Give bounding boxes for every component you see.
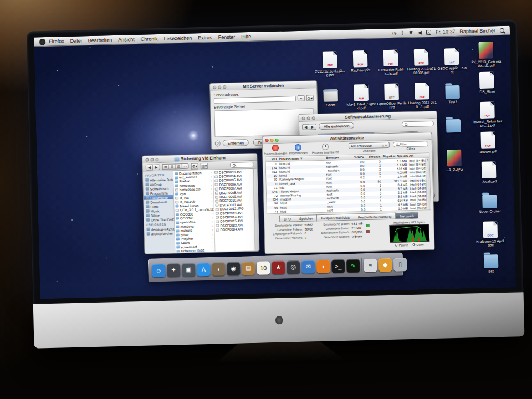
view-mode-button[interactable]: ▭ [182, 163, 189, 169]
popup-arrows-icon: ▲▼ [382, 144, 387, 147]
menu-item[interactable]: Fenster [218, 34, 236, 40]
forward-button[interactable]: ▶ [309, 124, 316, 130]
view-mode-button[interactable]: ▥ [176, 163, 182, 169]
graph-mode-radio[interactable]: Daten [412, 243, 424, 247]
trash-icon[interactable]: ▯ [393, 258, 407, 272]
firefox-icon[interactable]: ◗ [316, 259, 330, 273]
photo-booth-icon[interactable]: ◉ [227, 262, 241, 275]
desktop-icon[interactable] [438, 115, 469, 148]
desktop-icon[interactable]: 2013.12.13 8113...g.pdf [315, 51, 345, 84]
idvd-icon[interactable]: ◎ [287, 260, 300, 274]
sidebar-item-icon [145, 183, 149, 186]
sample-process-button[interactable]: Prozess analysieren [311, 143, 339, 154]
desktop-icon[interactable]: PK_2013_Gen eratio...d1.pdf [470, 42, 501, 70]
action-menu-button[interactable]: ⚙▾ [191, 163, 198, 169]
activity-monitor-icon[interactable]: ∿ [346, 259, 360, 273]
graph-mode-radio[interactable]: Pakete [395, 243, 408, 247]
window-controls[interactable] [145, 158, 158, 162]
desktop-icon[interactable]: .DS_Store [472, 71, 502, 100]
monitor-tab[interactable]: Festplattenaktivität [317, 214, 354, 222]
show-all-button[interactable]: Alle einblenden [319, 122, 355, 130]
remove-server-button[interactable]: Entfernen [222, 139, 249, 146]
arrange-menu-button[interactable]: ▤▾ [201, 162, 208, 168]
desktop-icon[interactable]: .localized [474, 161, 504, 190]
app-store-icon[interactable]: A [197, 262, 211, 276]
dropbox-icon[interactable]: ◆ [378, 258, 392, 272]
menu-item[interactable]: Chronik [141, 36, 158, 42]
address-book-icon[interactable]: ▤ [242, 261, 255, 275]
item-icon [175, 197, 178, 200]
menu-item[interactable]: Datei [70, 38, 82, 44]
sidebar-item-icon [146, 218, 150, 222]
forward-button[interactable]: ▶ [153, 164, 160, 170]
menu-item[interactable]: Extras [198, 35, 212, 41]
drive-stack-icon[interactable]: ≡ [364, 258, 377, 272]
desktop-icon[interactable]: Test_ [476, 251, 507, 280]
search-field[interactable] [402, 121, 434, 127]
desktop-icon[interactable]: ...1_2.JPG [439, 149, 469, 182]
desktop-icon[interactable]: Test2 [437, 81, 468, 114]
launchpad-icon[interactable]: ✦ [167, 263, 181, 277]
user-menu[interactable]: Raphael Bircher [459, 28, 495, 34]
window-controls[interactable] [213, 85, 226, 89]
time-machine-icon[interactable]: ◷ [392, 30, 397, 35]
menu-item[interactable]: Firefox [49, 38, 64, 44]
search-field[interactable] [230, 162, 254, 168]
show-processes-popup[interactable]: Alle Prozesse ▲▼ [349, 142, 390, 149]
monitor-tab[interactable]: CPU [279, 215, 295, 222]
menu-item[interactable]: Hilfe [241, 34, 251, 39]
menu-bar-status: ◷ ᛒ ◀ A Fr. 10:37 Raphael Bircher [392, 28, 505, 36]
desktop-icon[interactable]: Raphael.pdf [345, 50, 376, 83]
thunderbird-icon[interactable]: ✉ [301, 260, 315, 274]
monitor-tab[interactable]: Netzwerk [396, 212, 418, 219]
desktop-icon[interactable]: Hosting-2013 07101005.pdf [406, 49, 437, 81]
spotlight-icon[interactable] [500, 28, 504, 33]
finder-item[interactable]: sicherung 10/03› [175, 248, 214, 252]
imovie-icon[interactable]: ★ [272, 260, 285, 274]
desktop-icon[interactable]: Inserat_Rekru tierun...1.pdf [472, 101, 503, 130]
menu-clock[interactable]: Fr. 10:37 [436, 29, 456, 35]
input-menu-icon[interactable]: A [426, 30, 431, 35]
photos-app-icon[interactable]: ◖ [212, 262, 226, 276]
back-button[interactable]: ◀ [146, 164, 153, 170]
filter-input[interactable] [400, 142, 425, 146]
search-icon [233, 163, 236, 166]
desktop-icon[interactable]: GSOC applic...n.odt [437, 48, 467, 81]
desktop-icon[interactable]: Fontanive Robtik...ls.pdf [376, 49, 406, 82]
menu-item[interactable]: Lesezeichen [164, 35, 192, 42]
finder-icon[interactable]: ☺ [152, 263, 166, 277]
finder-item[interactable]: DSCF0084.AVI [214, 227, 254, 232]
desktop-icon[interactable]: answer.pdf [473, 131, 503, 160]
quit-process-button[interactable]: Prozess beenden [266, 145, 285, 156]
back-button[interactable]: ◀ [302, 124, 309, 130]
item-icon [175, 185, 178, 187]
desktop-icon[interactable]: Kraftraum13 April.doc [475, 221, 505, 250]
mission-control-icon[interactable]: ▣ [182, 263, 196, 277]
item-icon [176, 242, 180, 244]
menu-item[interactable]: Ansicht [118, 37, 135, 43]
sidebar-item[interactable]: druckerbircher [145, 231, 175, 236]
window-controls[interactable] [302, 116, 315, 120]
apple-menu-icon[interactable] [39, 39, 45, 45]
view-mode-button[interactable]: ≣ [169, 163, 176, 169]
menu-item[interactable]: Bearbeiten [88, 37, 112, 43]
monitor-tab[interactable]: Speicher [295, 214, 318, 222]
inspect-process-button[interactable]: i Informationen [289, 144, 308, 155]
dock-separator[interactable] [361, 258, 362, 273]
monitor-tab[interactable]: Festplattenauslastung [354, 213, 396, 221]
network-stat: Gesendete Pakete/s:0 [269, 236, 313, 240]
help-button[interactable]: ? [215, 140, 221, 146]
ical-icon[interactable]: 10 [257, 261, 270, 275]
server-address-input[interactable] [214, 96, 296, 104]
bluetooth-icon[interactable]: ᛒ [401, 30, 404, 35]
volume-icon[interactable]: ◀ [418, 30, 422, 35]
scrollbar[interactable] [426, 158, 431, 209]
window-controls[interactable] [265, 138, 279, 142]
view-mode-button[interactable]: ▦ [162, 164, 169, 170]
network-stat: Gesendete Pakete:58028 [269, 227, 313, 232]
wifi-icon[interactable] [408, 30, 413, 34]
add-server-button[interactable]: + [298, 95, 305, 101]
recent-servers-button[interactable]: ◷▾ [306, 95, 314, 101]
desktop-icon[interactable]: Neuer Ordner [474, 191, 505, 220]
terminal-icon[interactable]: >_ [331, 259, 345, 273]
